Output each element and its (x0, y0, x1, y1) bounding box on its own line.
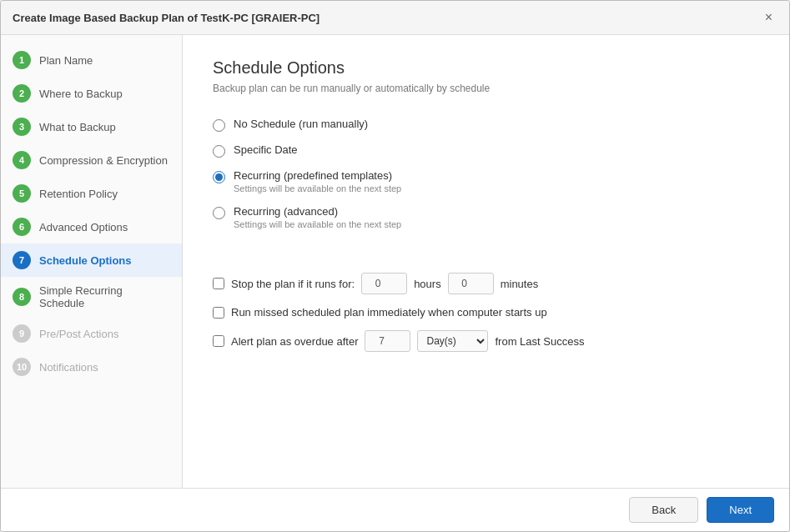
sidebar-item-pre-post: 9 Pre/Post Actions (1, 317, 182, 350)
radio-option-recurring-predefined: Recurring (predefined templates) Setting… (213, 169, 759, 193)
dialog-title: Create Image Based Backup Plan of TestK-… (13, 12, 320, 24)
step-badge-9: 9 (13, 324, 31, 343)
dialog-window: Create Image Based Backup Plan of TestK-… (0, 0, 790, 532)
overdue-value-input[interactable] (365, 330, 410, 352)
sidebar-item-what-to-backup[interactable]: 3 What to Backup (1, 110, 182, 143)
sidebar-item-advanced-options[interactable]: 6 Advanced Options (1, 210, 182, 243)
radio-option-specific-date: Specific Date (213, 143, 759, 158)
radio-label-recurring-advanced: Recurring (advanced) (234, 205, 401, 218)
step-badge-3: 3 (13, 118, 31, 136)
sidebar-item-where-to-backup[interactable]: 2 Where to Backup (1, 77, 182, 110)
sidebar-label-3: What to Backup (39, 121, 116, 133)
label-run-missed[interactable]: Run missed scheduled plan immediately wh… (231, 306, 547, 319)
sidebar-item-schedule-options[interactable]: 7 Schedule Options (1, 243, 182, 277)
page-subtitle: Backup plan can be run manually or autom… (213, 83, 759, 94)
back-button[interactable]: Back (629, 497, 698, 523)
hours-input[interactable] (361, 273, 407, 294)
sidebar-item-notifications: 10 Notifications (1, 350, 182, 384)
sidebar-label-2: Where to Backup (39, 88, 123, 100)
dialog-body: 1 Plan Name 2 Where to Backup 3 What to … (1, 35, 789, 488)
checkbox-alert-overdue[interactable] (213, 335, 224, 347)
sidebar-item-retention-policy[interactable]: 5 Retention Policy (1, 177, 182, 210)
sidebar-label-8: Simple Recurring Schedule (39, 284, 170, 309)
sidebar-label-1: Plan Name (39, 54, 93, 67)
radio-option-recurring-advanced: Recurring (advanced) Settings will be av… (213, 205, 759, 229)
checkbox-stop-if-runs[interactable] (213, 278, 224, 289)
radio-sublabel-recurring-predefined: Settings will be available on the next s… (234, 183, 401, 193)
alert-overdue-row: Alert plan as overdue after Day(s) Hour(… (213, 330, 759, 352)
title-bar: Create Image Based Backup Plan of TestK-… (1, 1, 789, 35)
step-badge-7: 7 (13, 251, 31, 269)
step-badge-8: 8 (13, 288, 31, 306)
sidebar-item-compression-encryption[interactable]: 4 Compression & Encryption (1, 143, 182, 177)
run-missed-row: Run missed scheduled plan immediately wh… (213, 306, 759, 319)
step-badge-6: 6 (13, 218, 31, 236)
sidebar-label-9: Pre/Post Actions (39, 328, 118, 340)
label-stop-if-runs[interactable]: Stop the plan if it runs for: (231, 278, 355, 290)
radio-sublabel-recurring-advanced: Settings will be available on the next s… (234, 219, 401, 229)
hours-unit: hours (414, 278, 441, 290)
sidebar-item-simple-recurring[interactable]: 8 Simple Recurring Schedule (1, 277, 182, 317)
minutes-unit: minutes (501, 278, 539, 290)
step-badge-2: 2 (13, 84, 31, 103)
sidebar-label-4: Compression & Encryption (39, 154, 168, 167)
main-content: Schedule Options Backup plan can be run … (183, 35, 789, 488)
radio-no-schedule[interactable] (213, 119, 225, 132)
step-badge-1: 1 (13, 51, 31, 69)
radio-label-specific-date: Specific Date (234, 143, 298, 156)
step-badge-5: 5 (13, 184, 31, 203)
sidebar: 1 Plan Name 2 Where to Backup 3 What to … (1, 35, 183, 488)
overdue-unit-select[interactable]: Day(s) Hour(s) Minute(s) (417, 330, 488, 352)
sidebar-label-6: Advanced Options (39, 221, 128, 233)
checkbox-run-missed[interactable] (213, 307, 224, 319)
step-badge-10: 10 (13, 358, 31, 376)
extra-options-section: Stop the plan if it runs for: hours minu… (213, 273, 759, 352)
close-button[interactable]: × (760, 9, 777, 26)
next-button[interactable]: Next (707, 497, 774, 523)
overdue-suffix: from Last Success (495, 335, 584, 348)
sidebar-item-plan-name[interactable]: 1 Plan Name (1, 43, 182, 77)
radio-recurring-predefined[interactable] (213, 171, 225, 183)
radio-recurring-advanced[interactable] (213, 207, 225, 219)
sidebar-label-7: Schedule Options (39, 254, 132, 267)
label-alert-overdue[interactable]: Alert plan as overdue after (231, 335, 358, 348)
radio-label-no-schedule: No Schedule (run manually) (234, 118, 368, 130)
step-badge-4: 4 (13, 151, 31, 169)
page-title: Schedule Options (213, 58, 759, 78)
sidebar-label-5: Retention Policy (39, 188, 118, 200)
schedule-type-section: No Schedule (run manually) Specific Date… (213, 118, 759, 241)
radio-specific-date[interactable] (213, 145, 225, 158)
radio-label-recurring-predefined: Recurring (predefined templates) (234, 169, 401, 182)
radio-option-no-schedule: No Schedule (run manually) (213, 118, 759, 132)
stop-if-runs-row: Stop the plan if it runs for: hours minu… (213, 273, 759, 294)
minutes-input[interactable] (448, 273, 494, 294)
sidebar-label-10: Notifications (39, 361, 98, 374)
dialog-footer: Back Next (1, 488, 789, 531)
